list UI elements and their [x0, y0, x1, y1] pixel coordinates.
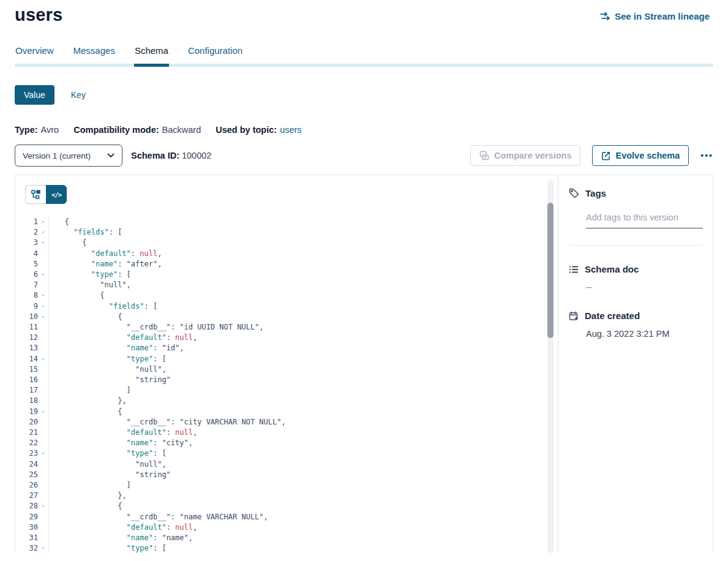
fold-spacer: [38, 280, 48, 290]
code-line: 28▾ {: [15, 501, 558, 511]
code-line: 25 "string": [15, 470, 558, 480]
page-title: users: [15, 5, 62, 25]
tags-input[interactable]: [586, 213, 703, 228]
code-view-button[interactable]: </>: [46, 185, 67, 204]
version-toolbar: Version 1 (current) Schema ID:100002 Com…: [15, 145, 713, 167]
fold-toggle-icon[interactable]: ▾: [38, 543, 48, 553]
gutter: 29: [15, 512, 49, 522]
schema-doc-header: Schema doc: [569, 264, 703, 274]
stream-lineage-link[interactable]: See in Stream lineage: [596, 10, 713, 22]
evolve-schema-button[interactable]: Evolve schema: [592, 145, 689, 166]
json-key: "type": [127, 449, 153, 457]
line-number: 20: [16, 417, 38, 427]
json-text: : [: [153, 544, 167, 552]
page-header: users See in Stream lineage: [15, 0, 713, 25]
code-line: 13 "name": "id",: [15, 343, 558, 353]
json-text: ,: [157, 249, 162, 258]
code-text: "name": "id",: [49, 343, 184, 353]
fold-spacer: [38, 491, 48, 501]
code-line: 23▾ "type": [: [15, 448, 558, 459]
schema-doc-icon: [569, 265, 579, 274]
code-text: },: [49, 491, 127, 501]
code-text: "default": null,: [49, 427, 197, 438]
json-key: "default": [127, 428, 167, 437]
code-text: {: [49, 290, 104, 301]
tab-overview[interactable]: Overview: [15, 45, 54, 67]
tab-configuration[interactable]: Configuration: [187, 45, 243, 67]
fold-spacer: [38, 259, 48, 269]
code-line: 29 "__crdb__": "name VARCHAR NULL",: [15, 512, 558, 522]
fold-toggle-icon[interactable]: ▾: [38, 269, 48, 280]
meta-value: Avro: [41, 125, 59, 135]
json-text: :: [167, 523, 175, 532]
schema-editor: </> 1▾ {2▾ "fields": [3▾ {4 "default": n…: [15, 175, 558, 553]
tab-messages[interactable]: Messages: [73, 45, 116, 67]
line-number: 5: [16, 259, 38, 269]
more-actions-button[interactable]: •••: [700, 151, 713, 160]
fold-toggle-icon[interactable]: ▾: [38, 448, 48, 459]
version-select[interactable]: Version 1 (current): [15, 145, 122, 167]
line-number: 17: [16, 385, 38, 396]
json-text: "string": [135, 470, 171, 479]
fold-toggle-icon[interactable]: ▾: [38, 238, 48, 248]
code-line: 21 "default": null,: [15, 427, 558, 438]
fold-spacer: [38, 438, 48, 448]
fold-toggle-icon[interactable]: ▾: [38, 354, 48, 364]
scrollbar-track[interactable]: [547, 180, 554, 553]
line-number: 22: [16, 438, 38, 448]
fold-toggle-icon[interactable]: ▾: [38, 312, 48, 322]
code-text: {: [49, 501, 122, 511]
json-text: "__crdb__": "name VARCHAR NULL",: [127, 513, 268, 521]
value-key-toggle: Value Key: [15, 85, 713, 105]
fold-toggle-icon[interactable]: ▾: [38, 301, 48, 312]
code-text: "__crdb__": "city VARCHAR NOT NULL",: [49, 417, 286, 427]
code-text: ]: [49, 480, 131, 491]
code-line: 30 "default": null,: [15, 522, 558, 533]
key-toggle-button[interactable]: Key: [67, 89, 89, 100]
line-number: 21: [16, 427, 38, 438]
details-sidebar: Tags Schema doc --: [558, 175, 713, 553]
meta-used-by-topic: Used by topic:users: [216, 125, 301, 135]
fold-toggle-icon[interactable]: ▾: [38, 501, 48, 511]
compare-versions-button[interactable]: Compare versions: [470, 145, 581, 166]
json-text: {: [100, 291, 104, 299]
fold-toggle-icon[interactable]: ▾: [38, 407, 48, 417]
tree-view-button[interactable]: [25, 185, 46, 204]
tags-title: Tags: [585, 188, 606, 198]
fold-toggle-icon[interactable]: ▾: [38, 217, 48, 227]
gutter: 11: [15, 322, 49, 333]
date-created-section: Date created Aug. 3 2022 3:21 PM: [569, 311, 703, 339]
meta-value: Backward: [162, 125, 201, 135]
scrollbar-thumb[interactable]: [547, 203, 554, 338]
tab-schema[interactable]: Schema: [134, 45, 169, 67]
gutter: 1▾: [15, 217, 49, 227]
meta-compatibility-mode: Compatibility mode:Backward: [73, 125, 201, 135]
gutter: 9▾: [15, 301, 49, 312]
schema-page: users See in Stream lineage OverviewMess…: [0, 0, 728, 561]
edit-icon: [601, 151, 610, 160]
topic-link[interactable]: users: [280, 125, 301, 135]
fold-spacer: [38, 533, 48, 543]
line-number: 13: [16, 343, 38, 353]
editor-view-toggle: </>: [25, 185, 67, 204]
code-text: "default": null,: [49, 333, 197, 343]
code-line: 2▾ "fields": [: [15, 227, 558, 238]
json-text: : "after",: [118, 260, 162, 268]
code-line: 16 "string": [15, 375, 558, 385]
gutter: 4: [15, 249, 49, 259]
json-text: {: [118, 312, 122, 321]
line-number: 11: [16, 322, 38, 333]
json-key: "name": [127, 533, 153, 542]
fold-toggle-icon[interactable]: ▾: [38, 290, 48, 301]
fold-spacer: [38, 396, 48, 406]
code-line: 18 },: [15, 396, 558, 406]
json-text: ,: [193, 333, 197, 342]
fold-toggle-icon[interactable]: ▾: [38, 227, 48, 238]
value-toggle-button[interactable]: Value: [15, 85, 54, 105]
date-created-title: Date created: [585, 311, 640, 321]
date-created-header: Date created: [569, 311, 703, 321]
meta-label: Type:: [15, 125, 38, 135]
gutter: 16: [15, 375, 49, 385]
line-number: 10: [16, 312, 38, 322]
schema-actions: Compare versions Evolve schema •••: [470, 145, 713, 166]
